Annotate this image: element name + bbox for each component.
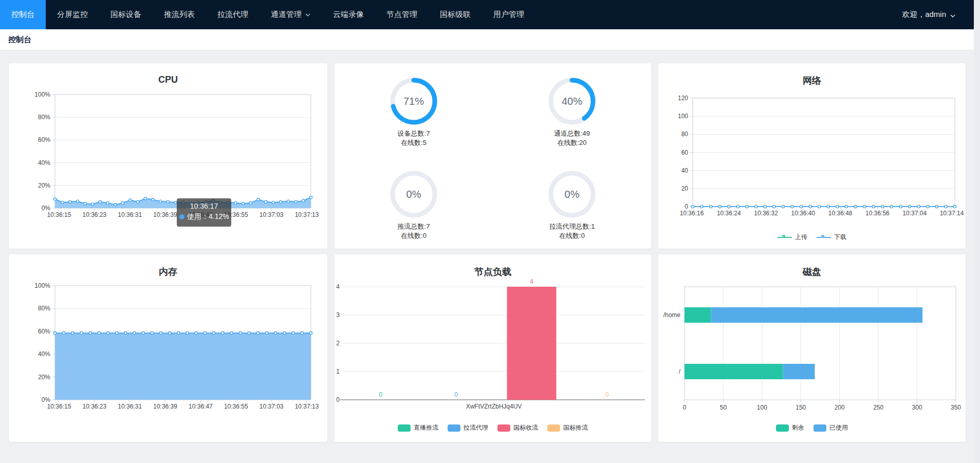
- page-title: 控制台: [8, 35, 31, 45]
- svg-text:0: 0: [683, 404, 687, 411]
- svg-text:10:36:56: 10:36:56: [865, 210, 890, 217]
- svg-text:40%: 40%: [38, 159, 50, 166]
- page-scrollbar[interactable]: [974, 0, 980, 463]
- svg-text:10:36:23: 10:36:23: [82, 403, 106, 410]
- nodeload-legend: 直播推流 拉流代理 国标收流 国标推流: [335, 423, 651, 432]
- svg-text:0: 0: [605, 391, 609, 398]
- svg-text:10:37:13: 10:37:13: [295, 403, 319, 410]
- nav-tab-gb-devices[interactable]: 国标设备: [99, 0, 153, 29]
- legend-item-gb-push[interactable]: 国标推流: [547, 423, 588, 432]
- network-chart-title: 网络: [658, 75, 966, 87]
- device-gauge: 71% 设备总数:7 在线数:5: [335, 78, 493, 147]
- network-chart[interactable]: 02040608010012010:36:1610:36:2410:36:321…: [658, 63, 966, 249]
- nav-tab-console[interactable]: 控制台: [0, 0, 46, 29]
- svg-text:0: 0: [685, 203, 688, 210]
- svg-text:10:36:47: 10:36:47: [189, 403, 213, 410]
- svg-text:100%: 100%: [34, 91, 50, 98]
- line-marker-icon: [778, 234, 792, 240]
- nav-tab-push-list[interactable]: 推流列表: [153, 0, 206, 29]
- gauge-online-label: 在线数:5: [335, 138, 493, 147]
- chevron-down-icon: [305, 13, 310, 16]
- nav-tab-pull-proxy[interactable]: 拉流代理: [206, 0, 260, 29]
- svg-text:10:37:03: 10:37:03: [260, 211, 284, 218]
- cpu-chart-title: CPU: [9, 75, 327, 85]
- svg-text:2: 2: [336, 340, 340, 347]
- chevron-down-icon: [950, 10, 955, 19]
- cpu-panel: CPU 0%20%40%60%80%100%10:36:1510:36:2310…: [9, 63, 327, 249]
- swatch-icon: [547, 424, 560, 432]
- svg-text:10:36:39: 10:36:39: [153, 403, 177, 410]
- svg-text:10:36:55: 10:36:55: [224, 403, 248, 410]
- nav-tab-cloud-recording[interactable]: 云端录像: [322, 0, 375, 29]
- nav-tab-user-mgmt[interactable]: 用户管理: [482, 0, 535, 29]
- gauge-percent: 0%: [390, 171, 437, 218]
- svg-text:3: 3: [336, 311, 340, 319]
- cpu-chart[interactable]: 0%20%40%60%80%100%10:36:1510:36:2310:36:…: [9, 63, 327, 249]
- svg-text:10:36:24: 10:36:24: [717, 210, 741, 217]
- series-dot-icon: [179, 214, 184, 219]
- gauge-total-label: 推流总数:7: [335, 222, 493, 231]
- svg-text:150: 150: [796, 404, 806, 411]
- disk-chart-title: 磁盘: [658, 266, 966, 278]
- svg-text:0: 0: [454, 391, 458, 398]
- legend-item-pull-proxy[interactable]: 拉流代理: [448, 423, 488, 432]
- network-panel: 网络 02040608010012010:36:1610:36:2410:36:…: [658, 63, 966, 249]
- svg-text:10:37:14: 10:37:14: [940, 210, 964, 217]
- nav-tab-split-screen[interactable]: 分屏监控: [46, 0, 99, 29]
- svg-text:80%: 80%: [38, 305, 50, 312]
- user-menu[interactable]: 欢迎，admin: [902, 0, 974, 29]
- svg-text:20%: 20%: [38, 374, 50, 381]
- legend-item-upload[interactable]: 上传: [778, 233, 807, 242]
- pull-proxy-gauge: 0% 拉流代理总数:1 在线数:0: [493, 171, 651, 240]
- svg-text:0: 0: [379, 391, 382, 398]
- disk-chart[interactable]: 050100150200250300350/home/: [658, 254, 966, 442]
- svg-text:10:36:31: 10:36:31: [118, 211, 142, 218]
- gauge-online-label: 在线数:20: [493, 138, 651, 147]
- svg-text:/: /: [679, 368, 681, 375]
- top-navbar: 控制台 分屏监控 国标设备 推流列表 拉流代理 通道管理 云端录像 节点管理 国…: [0, 0, 974, 29]
- legend-item-live-push[interactable]: 直播推流: [398, 423, 438, 432]
- svg-text:250: 250: [873, 404, 883, 411]
- swatch-icon: [448, 424, 460, 432]
- svg-text:10:36:39: 10:36:39: [153, 211, 177, 218]
- nav-tab-channel-mgmt[interactable]: 通道管理: [260, 0, 322, 29]
- push-stream-gauge: 0% 推流总数:7 在线数:0: [335, 171, 493, 240]
- svg-text:0%: 0%: [42, 205, 51, 212]
- legend-item-free[interactable]: 剩余: [776, 423, 804, 432]
- nodeload-panel: 节点负载 012340040XwFtVZrtZbHJq4UV 直播推流 拉流代理…: [335, 254, 651, 442]
- legend-item-download[interactable]: 下载: [817, 233, 846, 242]
- gauge-online-label: 在线数:0: [493, 231, 651, 240]
- disk-legend: 剩余 已使用: [658, 423, 966, 432]
- tooltip-value: 使用：4.12%: [187, 212, 229, 221]
- svg-text:80%: 80%: [38, 114, 50, 121]
- nodeload-chart-title: 节点负载: [335, 266, 651, 278]
- svg-text:60%: 60%: [38, 136, 50, 143]
- swatch-icon: [776, 424, 789, 432]
- gauge-total-label: 设备总数:7: [335, 129, 493, 138]
- legend-item-used[interactable]: 已使用: [813, 423, 848, 432]
- svg-text:350: 350: [951, 404, 961, 411]
- memory-chart[interactable]: 0%20%40%60%80%100%10:36:1510:36:2310:36:…: [9, 254, 327, 442]
- legend-item-gb-receive[interactable]: 国标收流: [497, 423, 538, 432]
- line-marker-icon: [817, 234, 831, 240]
- svg-text:XwFtVZrtZbHJq4UV: XwFtVZrtZbHJq4UV: [466, 403, 522, 410]
- svg-text:10:37:04: 10:37:04: [902, 210, 927, 217]
- svg-text:10:36:15: 10:36:15: [47, 403, 71, 410]
- svg-text:120: 120: [678, 95, 688, 102]
- svg-text:20: 20: [681, 185, 689, 192]
- svg-text:80: 80: [681, 131, 689, 138]
- nodeload-chart[interactable]: 012340040XwFtVZrtZbHJq4UV: [335, 254, 651, 442]
- nav-tab-gb-cascade[interactable]: 国标级联: [429, 0, 482, 29]
- svg-text:10:37:03: 10:37:03: [260, 403, 284, 410]
- svg-text:0: 0: [336, 396, 340, 403]
- overview-panel: 71% 设备总数:7 在线数:5 40% 通道总数:49 在线数:20 0% 推…: [335, 63, 651, 249]
- svg-text:100%: 100%: [34, 282, 50, 289]
- swatch-icon: [398, 424, 411, 432]
- svg-text:4: 4: [530, 278, 533, 285]
- svg-text:10:36:48: 10:36:48: [828, 210, 853, 217]
- gauge-percent: 40%: [548, 78, 596, 125]
- nav-tab-node-mgmt[interactable]: 节点管理: [375, 0, 429, 29]
- svg-text:10:36:23: 10:36:23: [82, 211, 106, 218]
- swatch-icon: [497, 424, 510, 432]
- channel-gauge: 40% 通道总数:49 在线数:20: [493, 78, 651, 147]
